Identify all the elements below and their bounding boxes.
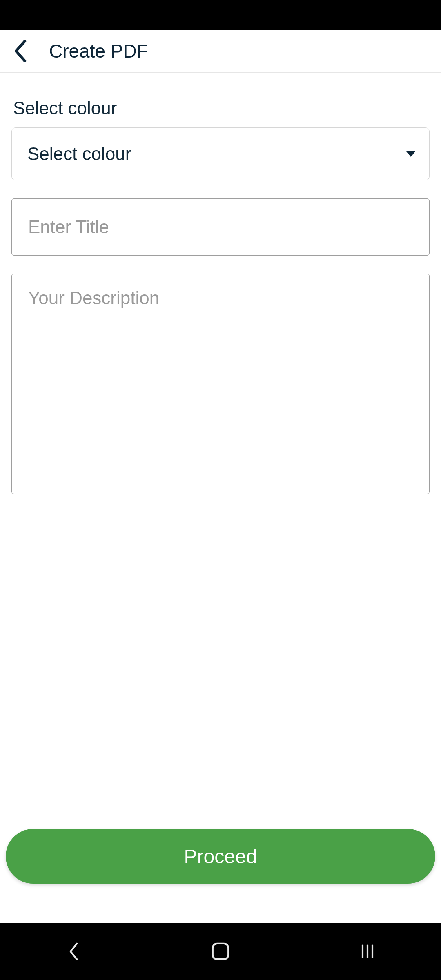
proceed-button-label: Proceed xyxy=(184,845,257,868)
back-button[interactable] xyxy=(8,39,33,63)
system-nav-bar xyxy=(0,923,441,980)
nav-recents-button[interactable] xyxy=(353,937,382,966)
chevron-left-icon xyxy=(13,40,27,62)
nav-home-button[interactable] xyxy=(206,937,235,966)
bars-icon xyxy=(358,942,377,961)
form-content: Select colour Select colour xyxy=(0,73,441,496)
nav-back-button[interactable] xyxy=(59,937,88,966)
proceed-button[interactable]: Proceed xyxy=(6,829,435,884)
description-textarea[interactable] xyxy=(11,274,430,494)
colour-select[interactable]: Select colour xyxy=(11,127,430,180)
caret-down-icon xyxy=(406,151,415,157)
colour-select-value: Select colour xyxy=(27,144,131,164)
square-icon xyxy=(211,942,230,961)
chevron-left-icon xyxy=(67,942,80,961)
title-input[interactable] xyxy=(11,198,430,256)
page-title: Create PDF xyxy=(49,40,148,62)
colour-label: Select colour xyxy=(13,98,430,118)
svg-rect-0 xyxy=(213,944,228,959)
app-header: Create PDF xyxy=(0,30,441,73)
status-bar xyxy=(0,0,441,30)
